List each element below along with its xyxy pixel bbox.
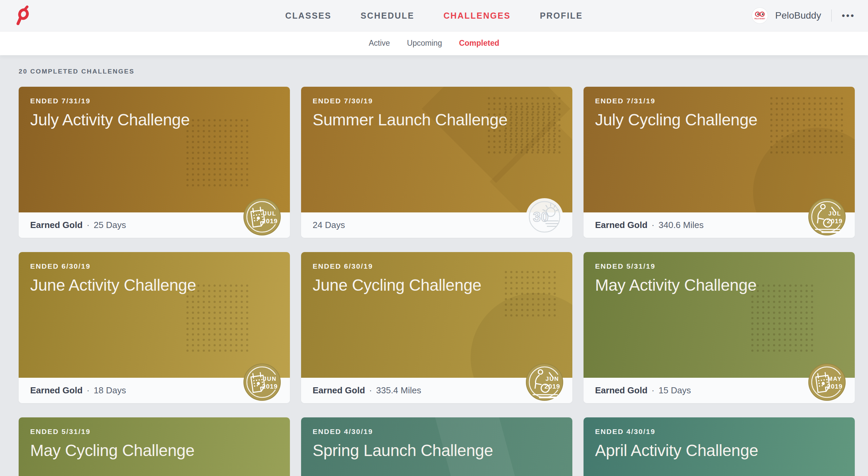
- challenge-grid: ENDED 7/31/19 July Activity Challenge Ea…: [19, 87, 855, 476]
- challenge-title: Summer Launch Challenge: [313, 111, 561, 129]
- earned-tier-label: Earned Gold: [595, 220, 648, 230]
- challenge-card-june-activity[interactable]: ENDED 6/30/19 June Activity Challenge Ea…: [19, 252, 290, 403]
- tab-completed[interactable]: Completed: [459, 39, 499, 48]
- challenge-cover: ENDED 5/31/19 May Cycling Challenge: [19, 417, 290, 476]
- challenge-card-summer-launch[interactable]: ENDED 7/30/19 Summer Launch Challenge 24…: [301, 87, 572, 238]
- challenge-title: July Cycling Challenge: [595, 111, 843, 129]
- challenges-tab-bar: Active Upcoming Completed: [0, 31, 868, 55]
- challenge-cover: ENDED 5/31/19 May Activity Challenge: [584, 252, 855, 378]
- challenge-card-may-activity[interactable]: ENDED 5/31/19 May Activity Challenge Ear…: [584, 252, 855, 403]
- challenge-card-spring-launch[interactable]: ENDED 4/30/19 Spring Launch Challenge: [301, 417, 572, 476]
- gold-calendar-badge-icon: JUN 2019: [243, 363, 281, 401]
- svg-text:PELO BUDDY: PELO BUDDY: [755, 18, 766, 20]
- gold-cycling-badge-icon: JUN 2019: [526, 363, 564, 401]
- challenge-cover: ENDED 6/30/19 June Cycling Challenge: [301, 252, 572, 378]
- challenge-cover: ENDED 7/30/19 Summer Launch Challenge: [301, 87, 572, 212]
- nav-item-classes[interactable]: CLASSES: [285, 11, 331, 21]
- challenge-metric: 24 Days: [313, 220, 345, 230]
- challenge-ended-date: ENDED 6/30/19: [30, 262, 278, 270]
- gold-calendar-badge-icon: MAY 2019: [808, 363, 846, 401]
- challenge-title: April Activity Challenge: [595, 442, 843, 460]
- challenge-card-may-cycling[interactable]: ENDED 5/31/19 May Cycling Challenge: [19, 417, 290, 476]
- challenge-cover: ENDED 4/30/19 Spring Launch Challenge: [301, 417, 572, 476]
- challenge-title: Spring Launch Challenge: [313, 442, 561, 460]
- challenge-ended-date: ENDED 5/31/19: [30, 428, 278, 436]
- challenge-ended-date: ENDED 7/31/19: [595, 97, 843, 105]
- challenge-card-july-activity[interactable]: ENDED 7/31/19 July Activity Challenge Ea…: [19, 87, 290, 238]
- challenge-title: May Activity Challenge: [595, 276, 843, 294]
- main-navigation: CLASSES SCHEDULE CHALLENGES PROFILE: [0, 11, 868, 21]
- challenge-ended-date: ENDED 5/31/19: [595, 262, 843, 270]
- challenge-cover: ENDED 7/31/19 July Cycling Challenge: [584, 87, 855, 212]
- earned-tier-label: Earned Gold: [30, 385, 83, 396]
- gold-cycling-badge-icon: JUL 2019: [808, 198, 846, 236]
- challenge-ended-date: ENDED 6/30/19: [313, 262, 561, 270]
- challenge-metric: 18 Days: [94, 385, 126, 396]
- header-divider: [831, 9, 832, 22]
- challenge-cover: ENDED 4/30/19 April Activity Challenge: [584, 417, 855, 476]
- nav-item-challenges[interactable]: CHALLENGES: [443, 11, 511, 21]
- challenge-card-july-cycling[interactable]: ENDED 7/31/19 July Cycling Challenge Ear…: [584, 87, 855, 238]
- top-nav-bar: CLASSES SCHEDULE CHALLENGES PROFILE PELO…: [0, 0, 868, 32]
- challenge-metric: 340.6 Miles: [658, 220, 704, 230]
- more-menu-icon[interactable]: •••: [842, 11, 855, 20]
- challenge-metric: 25 Days: [94, 220, 126, 230]
- challenge-count-label: 20 COMPLETED CHALLENGES: [19, 68, 135, 75]
- challenge-ended-date: ENDED 4/30/19: [313, 428, 561, 436]
- challenge-title: June Cycling Challenge: [313, 276, 561, 294]
- challenge-title: May Cycling Challenge: [30, 442, 278, 460]
- earned-tier-label: Earned Gold: [30, 220, 83, 230]
- gold-calendar-badge-icon: JUL 2019: [243, 198, 281, 236]
- challenge-ended-date: ENDED 7/30/19: [313, 97, 561, 105]
- challenge-title: July Activity Challenge: [30, 111, 278, 129]
- svg-text:30: 30: [533, 209, 549, 224]
- earned-tier-label: Earned Gold: [595, 385, 648, 396]
- user-name[interactable]: PeloBuddy: [775, 10, 821, 21]
- challenge-cover: ENDED 6/30/19 June Activity Challenge: [19, 252, 290, 378]
- challenge-card-april-activity[interactable]: ENDED 4/30/19 April Activity Challenge: [584, 417, 855, 476]
- challenge-title: June Activity Challenge: [30, 276, 278, 294]
- challenge-ended-date: ENDED 7/31/19: [30, 97, 278, 105]
- thirty-day-sun-badge-icon: 30: [526, 198, 564, 236]
- user-avatar[interactable]: PELO BUDDY: [752, 8, 768, 23]
- challenge-metric: 15 Days: [658, 385, 691, 396]
- challenge-ended-date: ENDED 4/30/19: [595, 428, 843, 436]
- user-menu: PELO BUDDY PeloBuddy •••: [752, 0, 855, 31]
- tab-active[interactable]: Active: [369, 39, 390, 48]
- peloton-logo-icon[interactable]: [14, 5, 31, 25]
- nav-item-schedule[interactable]: SCHEDULE: [361, 11, 414, 21]
- nav-item-profile[interactable]: PROFILE: [540, 11, 583, 21]
- challenge-metric: 335.4 Miles: [376, 385, 421, 396]
- earned-tier-label: Earned Gold: [313, 385, 365, 396]
- challenge-card-june-cycling[interactable]: ENDED 6/30/19 June Cycling Challenge Ear…: [301, 252, 572, 403]
- challenge-cover: ENDED 7/31/19 July Activity Challenge: [19, 87, 290, 212]
- tab-upcoming[interactable]: Upcoming: [407, 39, 442, 48]
